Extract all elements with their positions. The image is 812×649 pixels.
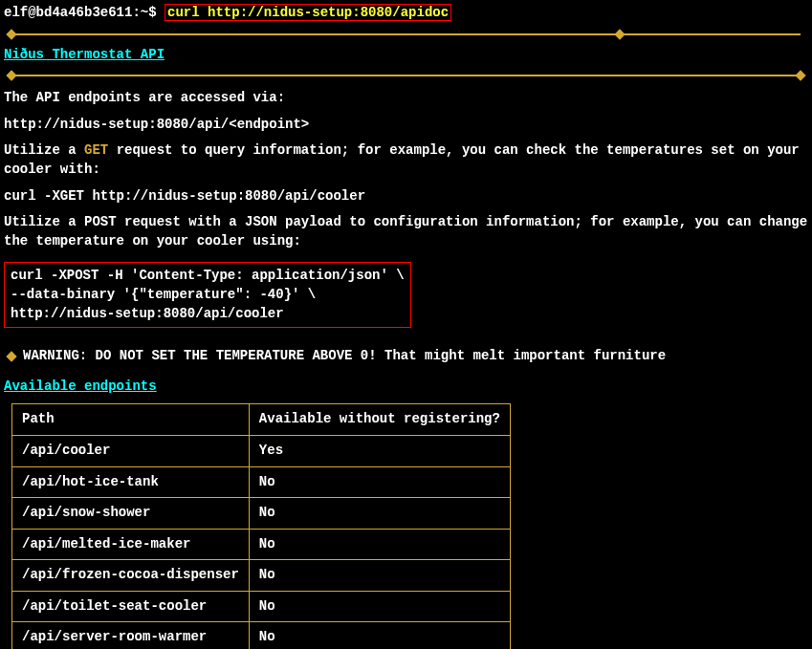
diamond-icon bbox=[614, 29, 625, 39]
table-row: /api/snow-showerNo bbox=[12, 498, 511, 530]
get-keyword: GET bbox=[84, 142, 108, 158]
table-cell: /api/melted-ice-maker bbox=[12, 529, 250, 560]
intro-post: Utilize a POST request with a JSON paylo… bbox=[4, 213, 808, 250]
table-row: /api/server-room-warmerNo bbox=[12, 622, 511, 649]
table-row: /api/frozen-cocoa-dispenserNo bbox=[12, 560, 511, 592]
curl-get-example: curl -XGET http://nidus-setup:8080/api/c… bbox=[4, 187, 808, 206]
table-cell: No bbox=[249, 622, 510, 649]
table-cell: No bbox=[249, 560, 510, 592]
separator-top bbox=[4, 29, 808, 40]
table-row: /api/hot-ice-tankNo bbox=[12, 466, 511, 498]
code-line: curl -XPOST -H 'Content-Type: applicatio… bbox=[11, 267, 405, 286]
diamond-icon bbox=[6, 29, 16, 39]
table-row: /api/coolerYes bbox=[12, 435, 511, 466]
intro-text-part: request to query information; for exampl… bbox=[4, 142, 800, 177]
heading-endpoints: Available endpoints bbox=[4, 378, 808, 397]
intro-get: Utilize a GET request to query informati… bbox=[4, 141, 808, 179]
command-highlight-box: curl http://nidus-setup:8080/apidoc bbox=[165, 4, 451, 21]
diamond-icon bbox=[6, 351, 16, 361]
table-cell: Yes bbox=[249, 435, 510, 466]
curl-post-example-box: curl -XPOST -H 'Content-Type: applicatio… bbox=[4, 262, 411, 328]
separator-line bbox=[11, 75, 801, 76]
prompt-line: elf@bd4a46b3e611:~$ curl http://nidus-se… bbox=[4, 4, 808, 23]
table-cell: /api/hot-ice-tank bbox=[12, 466, 250, 498]
warning-text: WARNING: DO NOT SET THE TEMPERATURE ABOV… bbox=[23, 347, 666, 366]
table-cell: No bbox=[249, 591, 510, 622]
table-header-path: Path bbox=[12, 404, 250, 436]
intro-text-part: Utilize a bbox=[4, 142, 84, 158]
command-text: curl http://nidus-setup:8080/apidoc bbox=[167, 5, 449, 20]
code-line: http://nidus-setup:8080/api/cooler bbox=[11, 305, 405, 324]
intro-line: The API endpoints are accessed via: bbox=[4, 89, 808, 108]
table-cell: No bbox=[249, 498, 510, 530]
table-cell: /api/toilet-seat-cooler bbox=[12, 591, 250, 622]
table-cell: No bbox=[249, 466, 510, 498]
diamond-icon bbox=[795, 71, 805, 81]
intro-url: http://nidus-setup:8080/api/<endpoint> bbox=[4, 116, 808, 135]
prompt-text: elf@bd4a46b3e611:~$ bbox=[4, 5, 165, 20]
table-header-row: Path Available without registering? bbox=[12, 404, 511, 436]
table-cell: No bbox=[249, 529, 510, 560]
separator-bottom bbox=[4, 70, 808, 81]
table-row: /api/melted-ice-makerNo bbox=[12, 529, 511, 560]
table-header-available: Available without registering? bbox=[249, 404, 510, 436]
diamond-icon bbox=[6, 71, 16, 81]
heading-api: Niðus Thermostat API bbox=[4, 46, 808, 65]
endpoints-table: Path Available without registering? /api… bbox=[11, 403, 511, 649]
table-cell: /api/frozen-cocoa-dispenser bbox=[12, 560, 250, 592]
separator-line bbox=[11, 33, 801, 35]
intro-text: The API endpoints are accessed via: http… bbox=[4, 89, 808, 250]
table-cell: /api/cooler bbox=[12, 435, 250, 466]
table-cell: /api/snow-shower bbox=[12, 498, 250, 530]
table-cell: /api/server-room-warmer bbox=[12, 622, 250, 649]
warning-row: WARNING: DO NOT SET THE TEMPERATURE ABOV… bbox=[4, 347, 808, 366]
code-line: --data-binary '{"temperature": -40}' \ bbox=[11, 286, 405, 305]
table-row: /api/toilet-seat-coolerNo bbox=[12, 591, 511, 622]
